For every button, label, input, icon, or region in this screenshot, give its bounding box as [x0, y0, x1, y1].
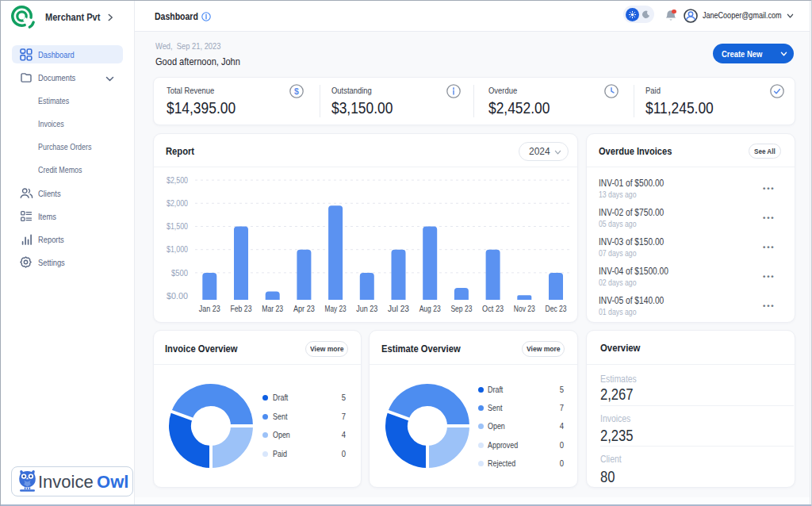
svg-text:Mar 23: Mar 23 [262, 304, 283, 313]
svg-text:Jul 23: Jul 23 [388, 304, 409, 313]
svg-text:$2,500: $2,500 [167, 175, 188, 185]
svg-text:Jan 23: Jan 23 [199, 304, 220, 313]
svg-text:Jun 23: Jun 23 [356, 304, 377, 313]
svg-text:$500: $500 [171, 268, 188, 278]
svg-text:$1,000: $1,000 [167, 244, 188, 254]
svg-text:Nov 23: Nov 23 [514, 304, 535, 313]
svg-text:May 23: May 23 [325, 304, 347, 313]
svg-text:Feb 23: Feb 23 [231, 304, 252, 313]
svg-text:Dec 23: Dec 23 [546, 304, 567, 313]
svg-text:$2,000: $2,000 [167, 198, 188, 208]
svg-text:$: $ [294, 86, 299, 96]
svg-text:Apr 23: Apr 23 [293, 304, 315, 313]
svg-text:Oct 23: Oct 23 [482, 304, 504, 313]
svg-text:$0.00: $0.00 [167, 291, 188, 301]
svg-text:Sep 23: Sep 23 [450, 304, 472, 313]
svg-text:$1,500: $1,500 [167, 221, 188, 231]
svg-text:Aug 23: Aug 23 [419, 304, 441, 313]
